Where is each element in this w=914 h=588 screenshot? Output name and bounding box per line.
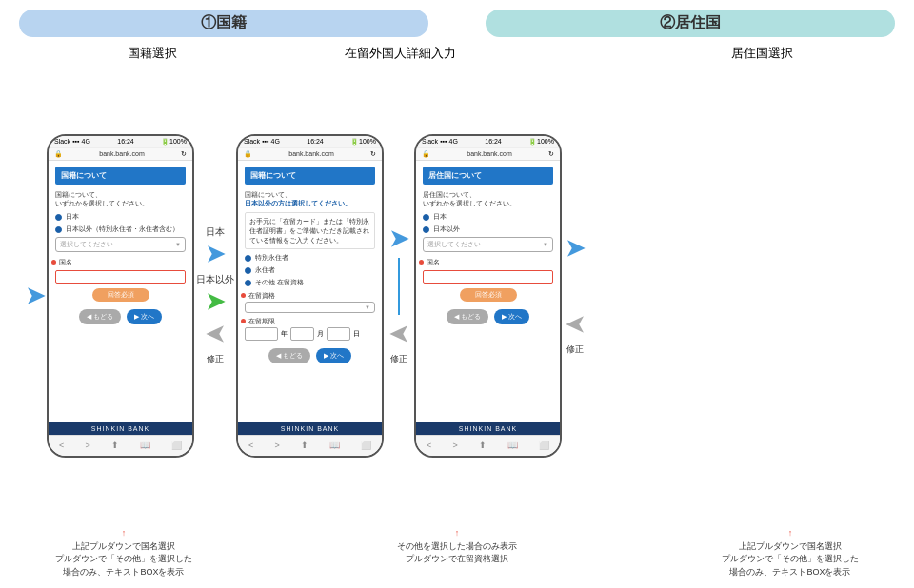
error-dot-4 xyxy=(419,260,424,265)
next-icon: ▶ xyxy=(134,313,139,321)
address-text: bank.bank.com xyxy=(99,150,144,157)
back-button-1[interactable]: ◀ もどる xyxy=(79,309,121,324)
field-label-4: 国名 xyxy=(427,258,553,267)
nav-share[interactable]: ⬆ xyxy=(111,441,119,450)
radio-dot-1 xyxy=(55,214,62,221)
bank-footer-2: SHINKIN BANK xyxy=(238,422,382,435)
radio-dot-4 xyxy=(245,267,251,274)
radio-label-2: 日本以外（特別永住者・永住者含む） xyxy=(66,225,179,234)
phone1-title: 国籍について xyxy=(55,167,186,185)
phone2-info: お手元に「在留カード」または「特別永住者証明書」をご準備いただき記載されている情… xyxy=(245,212,375,249)
phone2-option2: 永住者 xyxy=(245,265,375,275)
back-button-3[interactable]: ◀ もどる xyxy=(447,309,488,324)
back-arrow-icon: ◀ xyxy=(87,313,91,321)
phone1-btn-row: ◀ もどる ▶ 次へ xyxy=(55,309,186,324)
subtitle-3: 居住国選択 xyxy=(686,45,838,62)
error-dot-3 xyxy=(241,319,246,323)
back-button-2[interactable]: ◀ もどる xyxy=(268,348,310,363)
browser-nav-3: < > ⬆ 📖 ⬜ xyxy=(416,435,560,456)
annotation-center: ↑ その他を選択した場合のみ表示 プルダウンで在留資格選択 xyxy=(362,527,552,578)
radio-label-1: 日本 xyxy=(66,212,79,222)
date-year[interactable] xyxy=(245,327,278,341)
section-divider-group: ➤ ➤ 修正 xyxy=(387,225,410,365)
annotation-right: ↑ 上記プルダウンで国名選択 プルダウンで「その他」を選択した 場合のみ、テキス… xyxy=(695,527,885,578)
phone1-notch: Slack ▪▪▪ 4G 16:24 🔋100% xyxy=(49,136,192,148)
signal-icon: ▪▪▪ xyxy=(72,138,79,145)
field-label-1: 国名 xyxy=(59,258,186,267)
annotation-area: ↑ 上記プルダウンで国名選択 プルダウンで「その他」を選択した 場合のみ、テキス… xyxy=(19,527,895,578)
nav-back[interactable]: < xyxy=(59,441,64,450)
date-month[interactable] xyxy=(290,327,314,341)
phone3-select[interactable]: 選択してください ▼ xyxy=(423,237,553,252)
dropdown-arrow: ▼ xyxy=(175,242,181,247)
section2-header: ②居住国 xyxy=(486,10,895,37)
phone1-address: 🔒 bank.bank.com ↻ xyxy=(49,148,192,161)
country-input[interactable] xyxy=(55,270,186,284)
radio-dot-2 xyxy=(55,226,62,233)
phone2-content: 国籍について 国籍について、 日本以外の方は選択してください。 お手元に「在留カ… xyxy=(238,161,382,370)
gray-back-arrow-2: ➤ xyxy=(389,321,408,347)
left-arrow-group: ➤ xyxy=(24,283,47,309)
error-dot-2 xyxy=(241,293,246,298)
phone1-option1: 日本 xyxy=(55,212,186,222)
select-placeholder: 選択してください xyxy=(60,240,113,249)
field-label-2: 在留資格 xyxy=(248,291,375,301)
next-button-2[interactable]: ▶ 次へ xyxy=(316,348,351,363)
modify-label-right: 修正 xyxy=(566,343,584,356)
refresh-icon: ↻ xyxy=(181,150,187,158)
blue-arrow-right: ➤ xyxy=(389,225,408,252)
radio-dot-3 xyxy=(245,255,251,262)
phone1-desc1: 国籍について、 いずれかを選択してください。 xyxy=(55,190,186,209)
middle-arrow-group-1: 日本 ➤ 日本以外 ➤ ➤ 修正 xyxy=(196,225,234,365)
radio-dot-6 xyxy=(423,214,429,221)
phone2-option1: 特別永住者 xyxy=(245,253,375,263)
phone2-title: 国籍について xyxy=(245,167,375,185)
radio-dot-5 xyxy=(245,280,251,286)
nav-tabs[interactable]: ⬜ xyxy=(171,441,182,450)
field-label-3: 在留期限 xyxy=(248,317,375,326)
blue-arrow-japan: ➤ xyxy=(206,241,225,267)
phone2-notch: Slack ▪▪▪ 4G 16:24 🔋100% xyxy=(238,136,382,148)
phone2-select[interactable]: ▼ xyxy=(245,302,375,313)
browser-nav-1: < > ⬆ 📖 ⬜ xyxy=(49,435,192,456)
right-blue-arrow: ➤ xyxy=(566,235,585,262)
nav-book[interactable]: 📖 xyxy=(140,441,150,450)
modify-label-2: 修正 xyxy=(390,353,407,365)
phone3-option1: 日本 xyxy=(423,212,553,222)
right-arrow-group: ➤ ➤ 修正 xyxy=(564,235,586,356)
date-day[interactable] xyxy=(327,327,350,341)
lock-icon-2: 🔒 xyxy=(244,150,252,158)
green-arrow: ➤ xyxy=(206,288,225,315)
next-button-1[interactable]: ▶ 次へ xyxy=(127,309,162,324)
country-input-3[interactable] xyxy=(423,270,553,284)
phone1-option2: 日本以外（特別永住者・永住者含む） xyxy=(55,225,186,234)
phone3-option2: 日本以外 xyxy=(423,225,553,234)
phone3-btn-row: ◀ もどる ▶ 次へ xyxy=(423,309,553,324)
page-wrapper: ①国籍 ②居住国 国籍選択 在留外国人詳細入力 居住国選択 ➤ Slack ▪▪… xyxy=(0,0,914,588)
phone2-option3: その他 在留資格 xyxy=(245,278,375,287)
error-dot xyxy=(51,260,56,265)
required-badge: 回答必須 xyxy=(92,288,149,302)
phone-2: Slack ▪▪▪ 4G 16:24 🔋100% 🔒 bank.bank.com… xyxy=(236,134,384,458)
radio-dot-7 xyxy=(423,226,429,233)
nav-forward[interactable]: > xyxy=(85,441,89,450)
bank-footer-3: SHINKIN BANK xyxy=(416,422,560,435)
phone2-btn-row: ◀ もどる ▶ 次へ xyxy=(245,348,375,363)
phone3-desc: 居住国について、 いずれかを選択してください。 xyxy=(423,190,553,209)
next-button-3[interactable]: ▶ 次へ xyxy=(494,309,529,324)
lock-icon: 🔒 xyxy=(54,150,63,158)
annotation-left: ↑ 上記プルダウンで国名選択 プルダウンで「その他」を選択した 場合のみ、テキス… xyxy=(29,527,219,578)
day-label: 日 xyxy=(353,329,360,339)
phone1-content: 国籍について 国籍について、 いずれかを選択してください。 日本 日本以外（特別… xyxy=(49,161,192,330)
month-label: 月 xyxy=(317,329,324,339)
phone1-select[interactable]: 選択してください ▼ xyxy=(55,237,186,252)
phone3-notch: Slack ▪▪▪ 4G 16:24 🔋100% xyxy=(416,136,560,148)
vertical-divider xyxy=(398,258,400,315)
left-blue-arrow: ➤ xyxy=(26,283,45,309)
battery-icon: 🔋100% xyxy=(161,138,187,146)
section1-header: ①国籍 xyxy=(19,10,428,37)
non-japan-label: 日本以外 xyxy=(196,273,234,286)
phone-1: Slack ▪▪▪ 4G 16:24 🔋100% 🔒 bank.bank.com… xyxy=(47,134,194,458)
phone-3: Slack ▪▪▪ 4G 16:24 🔋100% 🔒 bank.bank.com… xyxy=(414,134,562,458)
subtitle-1: 国籍選択 xyxy=(76,45,228,62)
